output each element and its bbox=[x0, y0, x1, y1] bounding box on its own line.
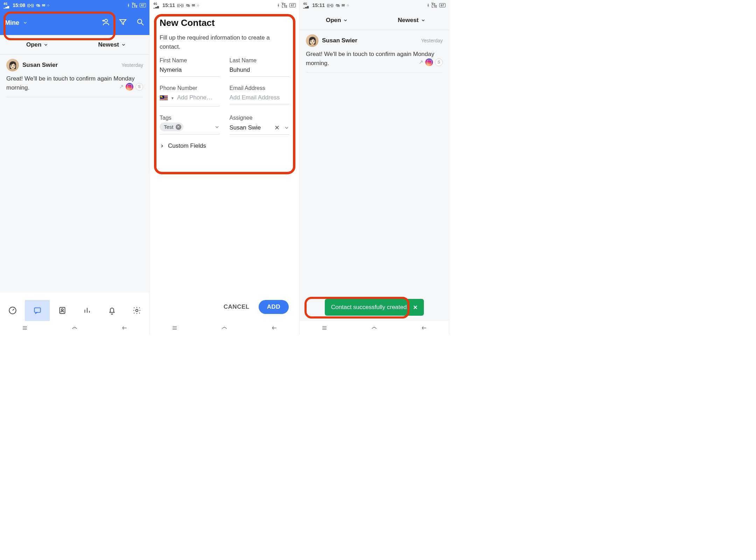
tag-remove-icon[interactable]: ✕ bbox=[176, 124, 181, 130]
tags-field: Tags Test ✕ bbox=[160, 115, 220, 135]
mail-icon: ✉ bbox=[192, 3, 195, 8]
last-name-input[interactable] bbox=[230, 64, 290, 77]
bluetooth-icon: ᚼ bbox=[277, 3, 280, 7]
phone-input[interactable] bbox=[177, 92, 220, 104]
svg-point-1 bbox=[138, 19, 142, 23]
message-time: Yesterday bbox=[421, 38, 443, 43]
status-bar: 4G▁▃▅ 15:11 ((•)) 🛍 ✉ ○ ᚼ VoLTE 67 bbox=[300, 0, 449, 10]
nav-menu[interactable] bbox=[0, 321, 50, 335]
assignee-value: Susan Swie bbox=[230, 124, 271, 131]
contact-name: Susan Swier bbox=[322, 37, 418, 44]
message-preview: Great! We'll be in touch to confirm agai… bbox=[306, 50, 443, 68]
contact-name: Susan Swier bbox=[22, 62, 118, 69]
success-toast: Contact successfully created ✕ bbox=[325, 299, 424, 316]
screen-inbox-success: 4G▁▃▅ 15:11 ((•)) 🛍 ✉ ○ ᚼ VoLTE 67 Open … bbox=[300, 0, 449, 335]
screen-new-contact: 4G▁▃▅ 15:11 ((•)) 🛍 ✉ ○ ᚼ VoLTE 67 New C… bbox=[150, 0, 300, 335]
arrow-icon: ↗ bbox=[419, 58, 423, 66]
nav-home[interactable] bbox=[349, 321, 399, 335]
avatar bbox=[6, 59, 19, 71]
toast-close-icon[interactable]: ✕ bbox=[413, 304, 418, 311]
tag-chip[interactable]: Test ✕ bbox=[160, 122, 183, 131]
new-contact-form: New Contact Fill up the required informa… bbox=[150, 10, 299, 149]
search-button[interactable] bbox=[136, 18, 145, 28]
arrow-icon: ↗ bbox=[119, 83, 124, 91]
nav-back[interactable] bbox=[250, 321, 299, 335]
first-name-field: First Name bbox=[160, 57, 220, 77]
android-nav bbox=[0, 321, 149, 335]
email-input[interactable] bbox=[230, 92, 290, 104]
avatar bbox=[306, 34, 318, 47]
wifi-icon: ((•)) bbox=[27, 3, 34, 7]
nav-home[interactable] bbox=[200, 321, 249, 335]
form-actions: CANCEL ADD bbox=[150, 300, 299, 314]
message-list: Susan Swier Yesterday Great! We'll be in… bbox=[0, 55, 149, 293]
bag-icon: 🛍 bbox=[336, 3, 340, 7]
assignee-badge: S bbox=[435, 58, 443, 66]
assignee-clear-icon[interactable]: ✕ bbox=[272, 124, 282, 132]
first-name-input[interactable] bbox=[160, 64, 220, 77]
phone-label: Phone Number bbox=[160, 85, 220, 91]
chevron-down-icon[interactable] bbox=[284, 125, 289, 131]
filter-status[interactable]: Open bbox=[300, 10, 374, 30]
battery-icon: 67 bbox=[289, 3, 296, 7]
add-contact-button[interactable] bbox=[101, 18, 110, 28]
tab-notifications[interactable] bbox=[100, 300, 125, 321]
nav-menu[interactable] bbox=[300, 321, 349, 335]
custom-fields-toggle[interactable]: Custom Fields bbox=[160, 142, 289, 149]
status-bar: 4G▁▃▅ 15:11 ((•)) 🛍 ✉ ○ ᚼ VoLTE 67 bbox=[150, 0, 299, 10]
message-item[interactable]: Susan Swier Yesterday Great! We'll be in… bbox=[306, 34, 443, 73]
form-subtitle: Fill up the required information to crea… bbox=[160, 33, 289, 51]
message-time: Yesterday bbox=[121, 62, 143, 68]
filter-sort[interactable]: Newest bbox=[374, 10, 449, 30]
inbox-selector-label: Mine bbox=[5, 19, 19, 27]
filter-sort[interactable]: Newest bbox=[75, 35, 150, 54]
status-time: 15:11 bbox=[162, 2, 175, 8]
bluetooth-icon: ᚼ bbox=[427, 3, 429, 7]
tab-contacts[interactable] bbox=[50, 300, 75, 321]
tab-settings[interactable] bbox=[125, 300, 149, 321]
nav-back[interactable] bbox=[100, 321, 149, 335]
tab-dashboard[interactable] bbox=[0, 300, 25, 321]
bag-icon: 🛍 bbox=[36, 3, 40, 7]
bag-icon: 🛍 bbox=[186, 3, 190, 7]
country-flag-icon[interactable] bbox=[160, 95, 168, 101]
message-item[interactable]: Susan Swier Yesterday Great! We'll be in… bbox=[6, 59, 143, 97]
filter-button[interactable] bbox=[119, 18, 127, 28]
tab-reports[interactable] bbox=[75, 300, 100, 321]
assignee-badge: S bbox=[135, 83, 143, 91]
first-name-label: First Name bbox=[160, 57, 220, 64]
email-field: Email Address bbox=[230, 85, 290, 106]
mail-icon: ✉ bbox=[342, 3, 345, 8]
chevron-down-icon bbox=[23, 20, 28, 25]
chevron-down-icon bbox=[421, 18, 426, 23]
mail-icon: ✉ bbox=[42, 3, 45, 8]
message-preview: Great! We'll be in touch to confirm agai… bbox=[6, 74, 143, 92]
chevron-down-icon bbox=[121, 42, 126, 47]
wifi-icon: ((•)) bbox=[327, 3, 334, 7]
last-name-field: Last Name bbox=[230, 57, 290, 77]
signal-icon: 4G▁▃▅ bbox=[303, 2, 309, 8]
tags-label: Tags bbox=[160, 115, 220, 121]
filter-status[interactable]: Open bbox=[0, 35, 75, 54]
nav-home[interactable] bbox=[50, 321, 99, 335]
add-button[interactable]: ADD bbox=[259, 300, 289, 314]
svg-point-6 bbox=[136, 309, 138, 312]
chevron-down-icon bbox=[43, 42, 48, 47]
wifi-icon: ((•)) bbox=[177, 3, 184, 7]
circle-icon: ○ bbox=[347, 3, 349, 7]
chevron-down-icon[interactable] bbox=[214, 124, 220, 130]
volte-icon: VoLTE bbox=[282, 2, 287, 8]
inbox-selector[interactable]: Mine bbox=[5, 19, 98, 27]
tab-messages[interactable] bbox=[25, 300, 50, 321]
signal-icon: 4G▁▃▅ bbox=[153, 2, 159, 8]
screen-inbox: 4G▁▃▅ 15:08 ((•)) 🛍 ✉ ○ ᚼ VoLTE 67 Mine bbox=[0, 0, 150, 335]
signal-icon: 4G▁▃▅ bbox=[4, 2, 9, 8]
last-name-label: Last Name bbox=[230, 57, 290, 64]
form-title: New Contact bbox=[160, 18, 289, 28]
assignee-label: Assignee bbox=[230, 115, 290, 121]
cancel-button[interactable]: CANCEL bbox=[224, 303, 250, 310]
nav-back[interactable] bbox=[399, 321, 449, 335]
chevron-down-icon[interactable]: ▼ bbox=[171, 96, 174, 100]
nav-menu[interactable] bbox=[150, 321, 200, 335]
toast-message: Contact successfully created bbox=[331, 304, 407, 311]
